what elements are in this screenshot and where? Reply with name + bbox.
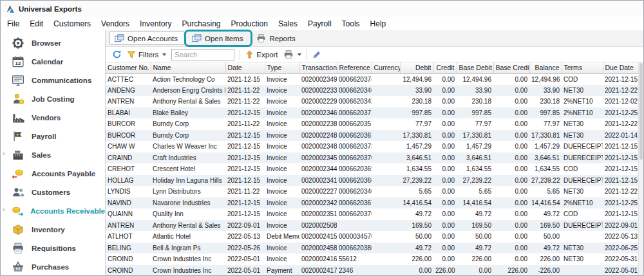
filters-button[interactable]: Filters — [127, 50, 166, 59]
tab-open-items[interactable]: Open Items — [187, 32, 249, 44]
sidebar-item-job-costing[interactable]: Job Costing — [1, 89, 105, 108]
menu-item-purchasing[interactable]: Purchasing — [176, 18, 225, 30]
table-cell: 27,239.22 — [400, 175, 433, 187]
table-row[interactable]: ACTTECAction Technology Co2021-12-15Invo… — [106, 73, 638, 85]
table-cell — [372, 130, 400, 142]
edit-button[interactable] — [312, 50, 321, 59]
table-cell: 0.00 — [433, 73, 457, 85]
table-row[interactable]: BURCORBurndy Corp2021-12-15Invoice002000… — [106, 130, 638, 142]
column-header[interactable]: Date — [225, 62, 265, 73]
table-cell: 169.50 — [400, 220, 433, 232]
table-cell: 230.18 — [400, 96, 433, 107]
table-row[interactable]: ATLHOTAtlantic Hotel2022-05-13Debit Memo… — [106, 231, 638, 243]
table-cell: CROIND — [106, 253, 151, 265]
table-cell: Invoice — [265, 220, 299, 232]
table-cell: Invoice — [265, 163, 299, 175]
column-header[interactable]: Base Credit — [493, 62, 529, 73]
table-cell: 2021-12-15 — [225, 208, 265, 220]
sidebar-item-accounts-payable[interactable]: Accounts Payable — [1, 164, 105, 183]
sidebar-item-calendar[interactable]: 12 Calendar — [1, 52, 105, 71]
print-button[interactable] — [283, 50, 301, 59]
column-header[interactable]: Due Date — [603, 62, 638, 73]
tab-open-accounts[interactable]: Open Accounts — [109, 32, 185, 45]
menu-item-inventory[interactable]: Inventory — [135, 18, 176, 30]
table-cell: Burndy Corp — [151, 118, 225, 130]
menu-item-vendors[interactable]: Vendors — [96, 18, 135, 30]
table-cell: 17,330.81 — [457, 130, 493, 142]
sidebar-item-label: Inventory — [32, 226, 65, 234]
chevron-right-icon[interactable]: › — [3, 150, 5, 157]
sidebar-item-inventory[interactable]: Inventory — [1, 220, 105, 239]
sidebar-item-purchases[interactable]: Purchases — [1, 257, 105, 276]
table-cell: 1,457.29 — [529, 141, 562, 152]
table-row[interactable]: CROINDCrown Industries Inc2022-05-01Invo… — [106, 253, 638, 265]
menu-item-help[interactable]: Help — [365, 18, 392, 30]
table-cell: 3,646.51 — [529, 152, 562, 164]
menu-item-customers[interactable]: Customers — [48, 18, 96, 30]
table-body: ACTTECAction Technology Co2021-12-15Invo… — [106, 73, 638, 275]
table-row[interactable]: CREHOTCrescent Hotel2021-12-15Invoice002… — [106, 163, 638, 175]
tab-reports[interactable]: Reports — [252, 32, 301, 44]
column-header[interactable]: Reference — [337, 62, 372, 73]
column-header[interactable]: Customer No. — [106, 62, 151, 73]
table-row[interactable]: HOLLAGHoliday Inn Laguna Hills2021-12-15… — [106, 175, 638, 187]
table-row[interactable]: QUAINNQuality Inn2021-12-15Invoice002000… — [106, 208, 638, 220]
table-cell: 3,646.51 — [457, 152, 493, 164]
table-cell: Invoice — [265, 96, 299, 107]
sidebar-item-browser[interactable]: Browser — [1, 33, 105, 52]
export-button[interactable]: Export — [245, 50, 278, 59]
table-row[interactable]: CHAW WCharles W Weaver Inc2021-12-15Invo… — [106, 141, 638, 152]
table-cell: 0006620366 — [337, 175, 372, 187]
sidebar-item-sales[interactable]: › Sales — [1, 145, 105, 164]
column-header[interactable]: Transaction — [299, 62, 337, 73]
search-input[interactable] — [171, 49, 234, 60]
menu-item-payroll[interactable]: Payroll — [303, 18, 337, 30]
column-header[interactable]: Base Debit — [457, 62, 493, 73]
table-cell: 77.97 — [457, 118, 493, 130]
table-cell: 17,330.81 — [400, 130, 433, 142]
menu-item-file[interactable]: File — [2, 18, 24, 30]
scrollbar-thumb[interactable] — [639, 63, 643, 160]
sidebar-item-accounts-receivable[interactable]: › Accounts Receivable — [1, 201, 105, 220]
table-row[interactable]: ANDENGAnderson Engrg Cnslnts Inc2021-11-… — [106, 85, 638, 97]
refresh-button[interactable] — [112, 50, 122, 59]
table-cell: COD — [562, 163, 603, 175]
table-row[interactable]: BLABAIBlake Bailey2021-12-15Invoice00200… — [106, 107, 638, 119]
table-cell: 50.00 — [529, 231, 562, 243]
table-row[interactable]: CROINDCrown Industries Inc2022-05-01Paym… — [106, 265, 638, 276]
table-cell: 14,416.54 — [529, 198, 562, 209]
table-row[interactable]: NAVINDNavarone Industries2021-12-15Invoi… — [106, 198, 638, 209]
column-header[interactable]: Type — [265, 62, 299, 73]
table-cell: 226.00 — [529, 253, 562, 265]
sidebar-item-requisitions[interactable]: Requisitions — [1, 239, 105, 257]
column-header[interactable]: Currency — [372, 62, 400, 73]
sidebar-item-label: Accounts Payable — [32, 170, 95, 178]
table-row[interactable]: CRAINDCraft Industries2021-12-15Invoice0… — [106, 152, 638, 164]
vertical-scrollbar[interactable] — [638, 62, 643, 275]
table-cell — [372, 118, 400, 130]
table-cell: 49.72 — [457, 208, 493, 220]
sidebar-item-communications[interactable]: Communications — [1, 71, 105, 89]
table-row[interactable]: BELINGBell & Ingram Ps2022-05-26Invoice0… — [106, 243, 638, 254]
sidebar-item-customers[interactable]: Customers — [1, 183, 105, 201]
purchases-icon — [10, 260, 26, 274]
table-row[interactable]: ANTRENAnthony Rental & Sales2022-09-01In… — [106, 220, 638, 232]
column-header[interactable]: Debit — [400, 62, 433, 73]
tab-bar: Open Accounts Open Items Reports — [106, 30, 643, 47]
column-header[interactable]: Credit — [433, 62, 457, 73]
table-row[interactable]: LYNDISLynn Distributors2021-11-22Invoice… — [106, 186, 638, 198]
table-row[interactable]: ANTRENAnthony Rental & Sales2021-11-22In… — [106, 96, 638, 107]
menu-item-production[interactable]: Production — [226, 18, 273, 30]
sidebar-item-vendors[interactable]: Vendors — [1, 108, 105, 127]
column-header[interactable]: Balance — [529, 62, 562, 73]
menu-item-edit[interactable]: Edit — [24, 18, 48, 30]
table-cell: Invoice — [265, 107, 299, 119]
column-header[interactable]: Name — [151, 62, 225, 73]
table-row[interactable]: BURCORBurndy Corp2021-11-22Invoice002000… — [106, 118, 638, 130]
sidebar-item-payroll[interactable]: Payroll — [1, 127, 105, 145]
chevron-right-icon[interactable]: › — [3, 206, 5, 213]
menu-item-tools[interactable]: Tools — [337, 18, 365, 30]
menu-item-sales[interactable]: Sales — [273, 18, 303, 30]
table-cell: 1,634.55 — [529, 163, 562, 175]
column-header[interactable]: Terms — [562, 62, 603, 73]
